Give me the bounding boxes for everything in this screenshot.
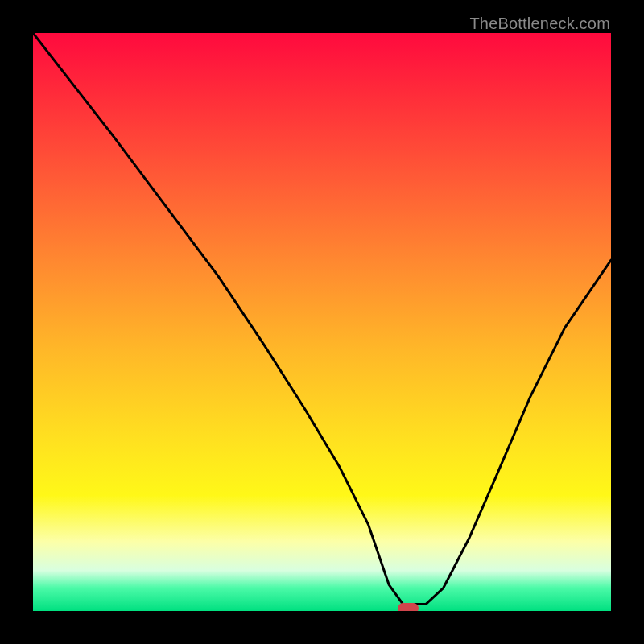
optimal-marker: [398, 603, 419, 611]
watermark-text: TheBottleneck.com: [469, 14, 610, 33]
chart-frame: TheBottleneck.com: [0, 0, 644, 644]
plot-area: [33, 33, 611, 611]
bottleneck-curve: [33, 33, 611, 611]
